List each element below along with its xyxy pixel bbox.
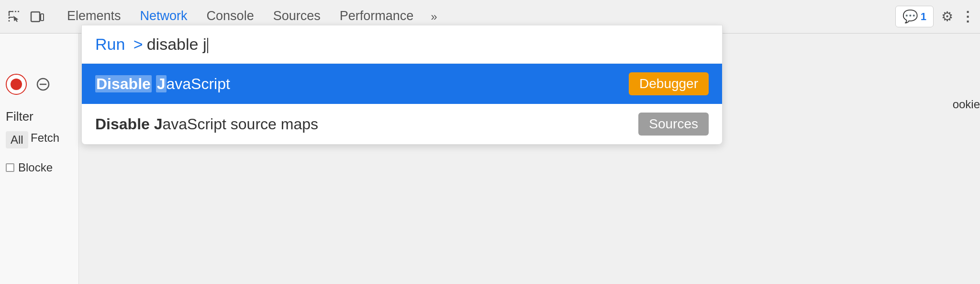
filter-fetch-button[interactable]: Fetch <box>31 131 59 145</box>
cookie-partial-text: ookie <box>953 98 980 111</box>
command-input-row: Run > disable j <box>82 25 722 64</box>
command-result-text-2: Disable JavaScript source maps <box>95 115 318 133</box>
left-panel: Filter All Fetch Blocke <box>0 34 79 284</box>
highlight-j: J <box>156 75 167 92</box>
feedback-icon: 💬 <box>902 9 918 24</box>
filter-all-button[interactable]: All <box>6 131 28 148</box>
command-input-text[interactable]: disable j <box>147 35 209 54</box>
element-selector-icon[interactable] <box>6 8 23 25</box>
highlight-j-2: J <box>154 115 163 133</box>
svg-rect-5 <box>31 12 40 22</box>
toolbar-icons <box>6 8 46 25</box>
highlight-disable-2: Disable <box>95 115 150 133</box>
text-cursor <box>207 38 208 53</box>
badge-count: 1 <box>921 11 926 23</box>
toolbar-right: 💬 1 ⚙ ⋮ <box>895 6 974 27</box>
record-icon <box>11 79 22 90</box>
device-toggle-icon[interactable] <box>29 8 46 25</box>
clear-button[interactable] <box>33 74 54 95</box>
command-arrow: > <box>129 35 143 54</box>
blocked-checkbox[interactable] <box>6 163 14 172</box>
overflow-menu-icon[interactable]: ⋮ <box>961 9 974 24</box>
command-palette: Run > disable j Disable JavaScript Debug… <box>81 25 723 145</box>
blocked-label: Blocke <box>18 161 53 174</box>
command-result-text-1: Disable JavaScript <box>95 75 230 93</box>
blocked-requests-row[interactable]: Blocke <box>6 161 53 174</box>
record-button[interactable] <box>6 74 27 95</box>
sources-tag[interactable]: Sources <box>638 113 709 136</box>
svg-rect-6 <box>41 14 44 21</box>
debugger-tag[interactable]: Debugger <box>629 72 709 95</box>
settings-icon[interactable]: ⚙ <box>941 9 953 24</box>
filter-label: Filter <box>6 109 33 124</box>
command-result-disable-js[interactable]: Disable JavaScript Debugger <box>82 64 722 104</box>
highlight-disable: Disable <box>95 75 152 92</box>
run-label: Run <box>95 35 125 54</box>
feedback-button[interactable]: 💬 1 <box>895 6 934 27</box>
command-result-disable-js-maps[interactable]: Disable JavaScript source maps Sources <box>82 104 722 144</box>
